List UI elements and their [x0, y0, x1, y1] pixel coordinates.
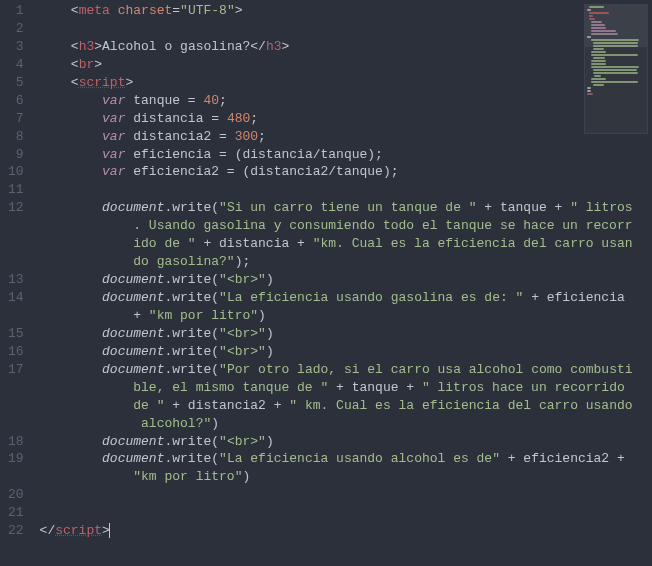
minimap-line	[587, 36, 591, 38]
line-number	[8, 379, 28, 397]
code-line[interactable]: var distancia = 480;	[40, 110, 652, 128]
minimap-line	[591, 78, 606, 80]
line-number: 3	[8, 38, 28, 56]
minimap-line	[587, 9, 591, 11]
line-number: 13	[8, 271, 28, 289]
minimap-line	[591, 66, 639, 68]
line-number: 18	[8, 433, 28, 451]
code-line[interactable]	[40, 486, 652, 504]
minimap-line	[593, 72, 638, 74]
code-line[interactable]: "km por litro")	[40, 468, 652, 486]
line-number: 17	[8, 361, 28, 379]
minimap-line	[594, 75, 601, 77]
code-line[interactable]: <h3>Alcohol o gasolina?</h3>	[40, 38, 652, 56]
minimap-line	[589, 15, 593, 17]
line-number: 1	[8, 2, 28, 20]
code-line[interactable]: document.write("La eficiencia usando gas…	[40, 289, 652, 307]
line-number	[8, 468, 28, 486]
minimap-line	[591, 21, 602, 23]
code-line[interactable]: document.write("<br>")	[40, 325, 652, 343]
code-line[interactable]: . Usando gasolina y consumiendo todo el …	[40, 217, 652, 235]
minimap[interactable]	[584, 4, 648, 134]
line-number: 9	[8, 146, 28, 164]
code-line[interactable]	[40, 20, 652, 38]
line-number: 19	[8, 450, 28, 468]
line-number	[8, 307, 28, 325]
code-editor: 123456789101112 1314 151617 1819 202122 …	[0, 0, 652, 566]
minimap-line	[591, 51, 606, 53]
line-number	[8, 217, 28, 235]
code-area[interactable]: <meta charset="UTF-8"> <h3>Alcohol o gas…	[36, 0, 652, 566]
line-number: 6	[8, 92, 28, 110]
minimap-line	[589, 18, 595, 20]
line-number	[8, 253, 28, 271]
code-line[interactable]: <br>	[40, 56, 652, 74]
code-line[interactable]: ble, el mismo tanque de " + tanque + " l…	[40, 379, 652, 397]
minimap-line	[591, 60, 606, 62]
line-number: 11	[8, 181, 28, 199]
minimap-line	[593, 48, 604, 50]
code-line[interactable]: alcohol?")	[40, 415, 652, 433]
minimap-line	[589, 6, 604, 8]
line-number: 22	[8, 522, 28, 540]
line-number: 4	[8, 56, 28, 74]
minimap-line	[587, 90, 591, 92]
minimap-line	[591, 81, 638, 83]
minimap-line	[587, 87, 591, 89]
code-line[interactable]	[40, 504, 652, 522]
line-number: 7	[8, 110, 28, 128]
minimap-line	[593, 57, 605, 59]
code-line[interactable]: + "km por litro")	[40, 307, 652, 325]
minimap-line	[591, 39, 639, 41]
line-number: 20	[8, 486, 28, 504]
minimap-line	[587, 93, 593, 95]
line-number: 2	[8, 20, 28, 38]
code-line[interactable]: document.write("Si un carro tiene un tan…	[40, 199, 652, 217]
line-number-gutter: 123456789101112 1314 151617 1819 202122	[0, 0, 36, 566]
line-number: 8	[8, 128, 28, 146]
code-line[interactable]: document.write("<br>")	[40, 271, 652, 289]
code-line[interactable]: document.write("La eficiencia usando alc…	[40, 450, 652, 468]
code-line[interactable]: var eficiencia = (distancia/tanque);	[40, 146, 652, 164]
minimap-line	[593, 42, 638, 44]
line-number: 16	[8, 343, 28, 361]
minimap-line	[593, 69, 637, 71]
code-line[interactable]: var tanque = 40;	[40, 92, 652, 110]
code-line[interactable]: do gasolina?");	[40, 253, 652, 271]
code-line[interactable]: de " + distancia2 + " km. Cual es la efi…	[40, 397, 652, 415]
line-number	[8, 415, 28, 433]
line-number: 15	[8, 325, 28, 343]
line-number: 14	[8, 289, 28, 307]
code-line[interactable]: var distancia2 = 300;	[40, 128, 652, 146]
minimap-line	[591, 33, 618, 35]
line-number	[8, 397, 28, 415]
code-line[interactable]: var eficiencia2 = (distancia2/tanque);	[40, 163, 652, 181]
code-line[interactable]: <meta charset="UTF-8">	[40, 2, 652, 20]
minimap-line	[591, 63, 606, 65]
minimap-line	[593, 45, 638, 47]
code-line[interactable]: </script>	[40, 522, 652, 540]
minimap-line	[591, 24, 605, 26]
code-line[interactable]: document.write("<br>")	[40, 433, 652, 451]
minimap-line	[593, 84, 604, 86]
code-line[interactable]: document.write("Por otro lado, si el car…	[40, 361, 652, 379]
minimap-line	[591, 30, 616, 32]
line-number: 10	[8, 163, 28, 181]
minimap-line	[589, 12, 609, 14]
minimap-line	[591, 54, 638, 56]
code-line[interactable]: document.write("<br>")	[40, 343, 652, 361]
text-cursor	[109, 523, 110, 539]
code-line[interactable]: ido de " + distancia + "km. Cual es la e…	[40, 235, 652, 253]
line-number: 5	[8, 74, 28, 92]
line-number: 21	[8, 504, 28, 522]
line-number	[8, 235, 28, 253]
code-line[interactable]: <script>	[40, 74, 652, 92]
code-line[interactable]	[40, 181, 652, 199]
minimap-line	[591, 27, 606, 29]
line-number: 12	[8, 199, 28, 217]
